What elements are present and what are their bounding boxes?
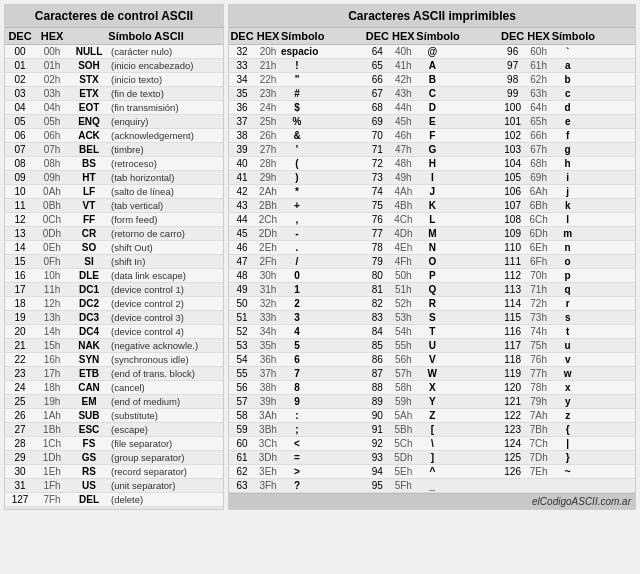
r-dec: 117 (500, 340, 526, 351)
r-hex: 4Dh (390, 228, 416, 239)
r-hex: 7Bh (526, 424, 552, 435)
right-block-2: 119 77h w (500, 368, 635, 379)
right-block-0: 42 2Ah * (229, 186, 364, 197)
r-hex: 3Ch (255, 438, 281, 449)
r-dec: 88 (364, 382, 390, 393)
r-hex: 52h (390, 298, 416, 309)
r-sym: I (416, 172, 448, 183)
left-hex: 02h (35, 74, 69, 85)
left-dec: 26 (5, 410, 35, 421)
right-block-0: 61 3Dh = (229, 452, 364, 463)
r-hex: 60h (526, 46, 552, 57)
r-dec: 63 (229, 480, 255, 491)
r-dec: 108 (500, 214, 526, 225)
right-block-1: 85 55h U (364, 340, 499, 351)
left-desc: (tab horizontal) (109, 172, 223, 183)
r-hex: 49h (390, 172, 416, 183)
r-hex: 41h (390, 60, 416, 71)
right-block-1: 95 5Fh _ (364, 480, 499, 491)
left-name: CAN (69, 382, 109, 393)
r-hex: 7Ah (526, 410, 552, 421)
r-sym: h (552, 158, 584, 169)
r-dec: 116 (500, 326, 526, 337)
r-sym: K (416, 200, 448, 211)
r-hex: 25h (255, 116, 281, 127)
left-name: SO (69, 242, 109, 253)
r-sym: e (552, 116, 584, 127)
right-block-0: 62 3Eh > (229, 466, 364, 477)
r-dec: 42 (229, 186, 255, 197)
left-name: ESC (69, 424, 109, 435)
r-dec: 103 (500, 144, 526, 155)
right-block-1: 91 5Bh [ (364, 424, 499, 435)
left-hex: 15h (35, 340, 69, 351)
right-block-2: 123 7Bh { (500, 424, 635, 435)
right-block-2: 101 65h e (500, 116, 635, 127)
r-dec: 118 (500, 354, 526, 365)
r-sym: espacio (281, 46, 313, 57)
right-block-0: 41 29h ) (229, 172, 364, 183)
left-desc: (synchronous idle) (109, 354, 223, 365)
left-dec: 13 (5, 228, 35, 239)
left-table-row: 14 0Eh SO (shift Out) (5, 241, 223, 255)
right-block-2: 115 73h s (500, 312, 635, 323)
left-hex: 01h (35, 60, 69, 71)
r-dec: 86 (364, 354, 390, 365)
r-sym: ^ (416, 466, 448, 477)
right-table-row: 34 22h " 66 42h B 98 62h b (229, 73, 635, 87)
right-block-1: 78 4Eh N (364, 242, 499, 253)
r-sym: M (416, 228, 448, 239)
r-hex: 22h (255, 74, 281, 85)
right-block-0: 59 3Bh ; (229, 424, 364, 435)
r-hex: 3Eh (255, 466, 281, 477)
left-desc: (shift Out) (109, 242, 223, 253)
r-hex: 57h (390, 368, 416, 379)
left-name: CR (69, 228, 109, 239)
left-table-row: 31 1Fh US (unit separator) (5, 479, 223, 493)
left-table-row: 13 0Dh CR (retorno de carro) (5, 227, 223, 241)
right-block-1: 69 45h E (364, 116, 499, 127)
right-block-2: 114 72h r (500, 298, 635, 309)
left-hex: 0Bh (35, 200, 69, 211)
right-table-row: 58 3Ah : 90 5Ah Z 122 7Ah z (229, 409, 635, 423)
r-hex: 3Bh (255, 424, 281, 435)
left-table-row: 02 02h STX (inicio texto) (5, 73, 223, 87)
r-dec: 72 (364, 158, 390, 169)
r-hex: 39h (255, 396, 281, 407)
r-hex: 72h (526, 298, 552, 309)
left-dec: 07 (5, 144, 35, 155)
r-sym: T (416, 326, 448, 337)
right-block-2: 108 6Ch l (500, 214, 635, 225)
left-table-row: 12 0Ch FF (form feed) (5, 213, 223, 227)
right-block-2: 107 6Bh k (500, 200, 635, 211)
r-dec: 85 (364, 340, 390, 351)
r-sym: ] (416, 452, 448, 463)
right-block-2: 121 79h y (500, 396, 635, 407)
left-header-hex: HEX (35, 30, 69, 42)
r-hex: 7Dh (526, 452, 552, 463)
r-hex: 48h (390, 158, 416, 169)
right-block-2: 104 68h h (500, 158, 635, 169)
right-block-1: 87 57h W (364, 368, 499, 379)
r-sym: L (416, 214, 448, 225)
r-hex: 56h (390, 354, 416, 365)
rh-hex-2: HEX (390, 30, 416, 42)
left-table-row: 21 15h NAK (negative acknowle.) (5, 339, 223, 353)
r-dec: 64 (364, 46, 390, 57)
r-dec: 58 (229, 410, 255, 421)
left-hex: 12h (35, 298, 69, 309)
r-sym: s (552, 312, 584, 323)
r-dec: 77 (364, 228, 390, 239)
r-dec: 79 (364, 256, 390, 267)
left-name: VT (69, 200, 109, 211)
r-dec: 54 (229, 354, 255, 365)
r-sym: B (416, 74, 448, 85)
r-sym: O (416, 256, 448, 267)
r-sym: E (416, 116, 448, 127)
r-hex: 62h (526, 74, 552, 85)
left-table-row: 29 1Dh GS (group separator) (5, 451, 223, 465)
right-block-2: 102 66h f (500, 130, 635, 141)
left-name: BS (69, 158, 109, 169)
r-sym: R (416, 298, 448, 309)
r-dec: 107 (500, 200, 526, 211)
